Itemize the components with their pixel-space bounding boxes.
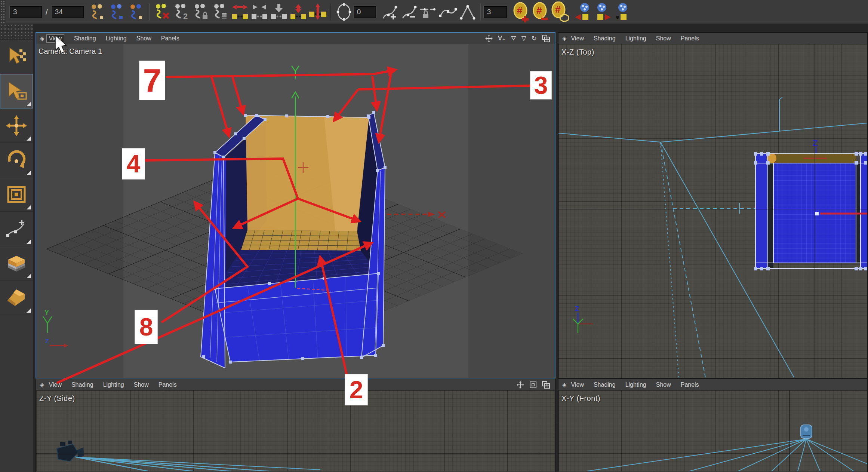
- toolbox-drag-handle[interactable]: [0, 24, 33, 40]
- dot-curve-orange-icon[interactable]: [87, 2, 107, 22]
- viewport-front[interactable]: ◈ View Shading Lighting Show Panels X-Y …: [558, 378, 868, 472]
- top-scene: Z Z: [558, 44, 867, 378]
- viewport-side-menubar: ◈ View Shading Lighting Show Panels: [36, 379, 555, 390]
- menu-show[interactable]: Show: [134, 381, 149, 388]
- menu-view[interactable]: View: [49, 381, 62, 388]
- camera-scene: Y Z: [36, 44, 555, 378]
- curve-add-icon[interactable]: [380, 2, 399, 22]
- menu-lighting[interactable]: Lighting: [106, 35, 127, 42]
- dot-curve-delete-icon[interactable]: [153, 2, 172, 22]
- panel-diamond-icon[interactable]: ◈: [40, 35, 44, 42]
- viewport-top[interactable]: ◈ View Shading Lighting Show Panels: [558, 32, 868, 378]
- svg-text:2: 2: [183, 12, 188, 21]
- menu-panels[interactable]: Panels: [681, 381, 699, 388]
- toolbar-drag-handle[interactable]: [0, 0, 6, 24]
- dot-curve-blue-icon[interactable]: [107, 2, 126, 22]
- tool-options-indicator: [27, 171, 31, 175]
- polygon-wedge-tool[interactable]: [0, 281, 33, 315]
- scale-tool[interactable]: [0, 177, 33, 212]
- layout-icon[interactable]: [542, 35, 550, 42]
- menu-show[interactable]: Show: [656, 35, 671, 42]
- front-view[interactable]: X-Y (Front): [558, 390, 867, 471]
- svg-text:#: #: [536, 5, 542, 16]
- dot-curve-layer-icon[interactable]: [211, 2, 230, 22]
- camera-view[interactable]: Y Z Camera: Camera 1: [36, 44, 555, 378]
- soft-modification-tool[interactable]: [0, 212, 33, 246]
- viewport-camera[interactable]: ◈ View Shading Lighting Show Panels ∀₊ ⛛…: [36, 32, 555, 378]
- frame-current-input[interactable]: 3: [10, 6, 42, 18]
- top-view-label: X-Z (Top): [561, 48, 594, 56]
- pan-icon[interactable]: [485, 35, 493, 42]
- light-object-icon: [801, 425, 812, 438]
- polygon-cube-tool[interactable]: [0, 246, 33, 281]
- align-mid-icon[interactable]: [250, 2, 269, 22]
- menu-view[interactable]: View: [571, 381, 584, 388]
- side-scene: [36, 390, 555, 471]
- align-min-icon[interactable]: [230, 2, 250, 22]
- menu-shading[interactable]: Shading: [74, 35, 96, 42]
- sphere-box-left-icon[interactable]: [573, 2, 592, 22]
- align-spread-icon[interactable]: [308, 2, 327, 22]
- dolly-icon[interactable]: ⛛: [511, 35, 516, 42]
- rotate-tool[interactable]: [0, 143, 33, 177]
- menu-lighting[interactable]: Lighting: [625, 35, 646, 42]
- side-view-label: Z-Y (Side): [39, 394, 75, 403]
- dot-curve-mixed-icon[interactable]: [126, 2, 146, 22]
- line-lock-icon[interactable]: [419, 2, 438, 22]
- panel-diamond-icon[interactable]: ◈: [562, 35, 567, 42]
- tripod-icon[interactable]: [458, 2, 477, 22]
- menu-view[interactable]: View: [571, 35, 584, 42]
- tool-options-indicator: [27, 205, 31, 209]
- lasso-select-tool[interactable]: [0, 74, 33, 108]
- dot-curve-duplicate-icon[interactable]: 2: [172, 2, 191, 22]
- sphere-box-icon[interactable]: [612, 2, 631, 22]
- tool-options-indicator: [27, 136, 31, 141]
- iterations-input[interactable]: 0: [354, 6, 376, 18]
- annotation-label-4: 4: [122, 148, 145, 180]
- track-icon[interactable]: ∀₊: [498, 34, 506, 42]
- menu-show[interactable]: Show: [136, 35, 151, 42]
- pan-icon[interactable]: [517, 381, 524, 389]
- menu-shading[interactable]: Shading: [594, 35, 616, 42]
- menu-lighting[interactable]: Lighting: [625, 381, 646, 388]
- front-view-label: X-Y (Front): [561, 394, 600, 403]
- align-stack-icon[interactable]: [289, 2, 308, 22]
- move-tool[interactable]: [0, 108, 33, 143]
- menu-panels[interactable]: Panels: [161, 35, 179, 42]
- frame-end-input[interactable]: 34: [52, 6, 84, 18]
- single-pane-icon[interactable]: [529, 381, 537, 389]
- panel-diamond-icon[interactable]: ◈: [40, 381, 44, 388]
- tool-options-indicator: [27, 308, 31, 313]
- menu-panels[interactable]: Panels: [681, 35, 699, 42]
- menu-lighting[interactable]: Lighting: [103, 381, 124, 388]
- menu-view[interactable]: View: [46, 34, 64, 43]
- sphere-box-right-icon[interactable]: [592, 2, 612, 22]
- align-down-icon[interactable]: [269, 2, 289, 22]
- coin-add-icon[interactable]: #: [511, 2, 530, 22]
- orbit-icon[interactable]: ↻: [532, 34, 537, 42]
- panel-diamond-icon[interactable]: ◈: [562, 381, 567, 388]
- annotation-label-8: 8: [135, 310, 158, 344]
- select-tool[interactable]: [0, 40, 33, 74]
- layout-icon[interactable]: [542, 381, 550, 389]
- annotation-label-7: 7: [139, 61, 165, 100]
- side-view[interactable]: Z-Y (Side): [36, 390, 555, 471]
- viewport-side[interactable]: ◈ View Shading Lighting Show Panels Z-Y …: [36, 378, 555, 472]
- ellipse-cv-icon[interactable]: [334, 2, 354, 22]
- coin-lasso-icon[interactable]: #: [550, 2, 569, 22]
- svg-text:#: #: [517, 5, 523, 16]
- main-toolbar: 3 / 34 2 0: [0, 0, 868, 24]
- menu-show[interactable]: Show: [656, 381, 671, 388]
- curve-handles-icon[interactable]: [438, 2, 458, 22]
- curve-remove-icon[interactable]: [399, 2, 419, 22]
- depth-input[interactable]: 3: [484, 6, 507, 18]
- toolbox-sidebar: [0, 24, 33, 472]
- dot-curve-lock-icon[interactable]: [191, 2, 211, 22]
- menu-shading[interactable]: Shading: [71, 381, 93, 388]
- menu-panels[interactable]: Panels: [158, 381, 177, 388]
- menu-shading[interactable]: Shading: [594, 381, 616, 388]
- top-view[interactable]: Z Z X-Z (Top): [558, 44, 867, 378]
- coin-subtract-icon[interactable]: #: [530, 2, 550, 22]
- svg-text:Z: Z: [45, 338, 49, 344]
- tumble-icon[interactable]: ▽: [521, 34, 526, 42]
